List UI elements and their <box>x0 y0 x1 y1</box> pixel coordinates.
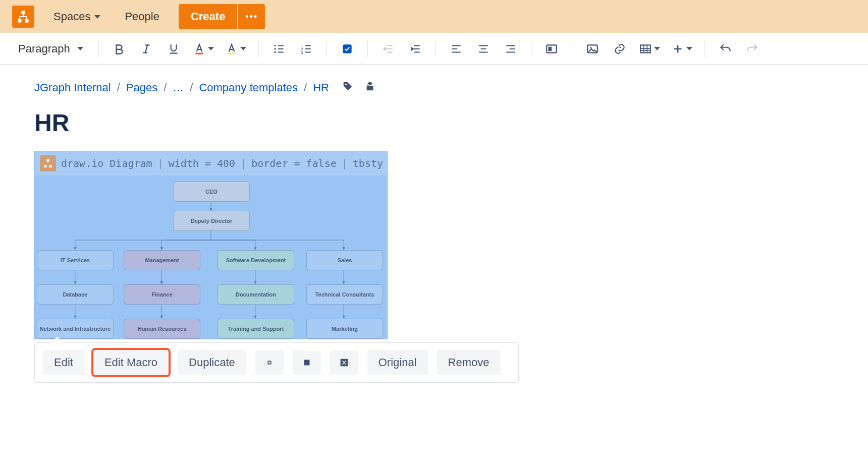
text-color-icon <box>193 42 206 55</box>
image-button[interactable] <box>581 38 604 60</box>
macro-param: tbsty <box>353 157 383 169</box>
org-node: Sales <box>306 250 383 270</box>
svg-point-18 <box>368 84 369 85</box>
indent-button[interactable] <box>404 38 426 60</box>
paragraph-style-label: Paragraph <box>18 42 70 55</box>
underline-icon <box>167 42 180 55</box>
org-node: Deputy Director <box>173 211 250 231</box>
org-node: Management <box>124 250 200 270</box>
org-node: Finance <box>124 284 200 305</box>
bullet-list-button[interactable] <box>268 38 290 60</box>
top-nav: Spaces People Create ••• <box>0 0 868 33</box>
svg-rect-2 <box>25 19 29 23</box>
text-color-button[interactable] <box>190 38 217 60</box>
nav-people-label: People <box>125 10 159 23</box>
table-icon <box>639 42 652 55</box>
redo-button[interactable] <box>741 38 764 60</box>
layout-icon <box>545 42 558 55</box>
chevron-down-icon <box>77 47 83 50</box>
outdent-icon <box>382 42 395 55</box>
chevron-down-icon <box>94 15 100 19</box>
svg-rect-16 <box>640 45 650 52</box>
page-title[interactable]: HR <box>34 109 834 137</box>
svg-rect-21 <box>49 165 52 167</box>
nav-spaces[interactable]: Spaces <box>48 7 105 26</box>
breadcrumb-separator: / <box>117 81 120 94</box>
action-item-button[interactable] <box>336 38 358 60</box>
italic-button[interactable] <box>135 38 157 60</box>
nav-people[interactable]: People <box>120 7 165 26</box>
macro-param: width = 400 <box>169 157 235 169</box>
highlight-color-button[interactable] <box>222 38 249 60</box>
svg-point-7 <box>274 51 276 52</box>
image-icon <box>586 42 599 55</box>
underline-button[interactable] <box>162 38 185 60</box>
drawio-macro[interactable]: draw.io Diagram | width = 400 | border =… <box>34 151 388 339</box>
breadcrumb-link[interactable]: … <box>173 81 184 94</box>
align-center-button[interactable] <box>472 38 495 60</box>
create-button[interactable]: Create <box>179 4 237 29</box>
link-button[interactable] <box>609 38 631 60</box>
breadcrumb-link[interactable]: Company templates <box>199 81 298 94</box>
svg-point-6 <box>274 48 276 49</box>
outdent-button[interactable] <box>377 38 399 60</box>
svg-rect-13 <box>548 46 552 51</box>
size-medium-icon <box>301 357 312 368</box>
toolbar-separator <box>704 40 705 57</box>
toolbar-separator <box>436 40 436 57</box>
breadcrumb-link[interactable]: JGraph Internal <box>34 81 111 94</box>
link-icon <box>613 42 626 55</box>
svg-point-17 <box>345 84 347 85</box>
size-small-icon <box>264 357 275 368</box>
italic-icon <box>140 42 153 55</box>
size-medium-button[interactable] <box>293 350 321 375</box>
align-left-button[interactable] <box>445 38 467 60</box>
create-more-button[interactable]: ••• <box>238 4 265 29</box>
svg-rect-11 <box>343 44 351 53</box>
table-button[interactable] <box>636 38 663 60</box>
edit-button[interactable]: Edit <box>43 350 84 375</box>
breadcrumb-separator: / <box>304 81 307 94</box>
org-node: Database <box>37 284 114 305</box>
size-small-button[interactable] <box>255 350 284 375</box>
svg-rect-22 <box>268 361 271 364</box>
chevron-down-icon <box>208 47 214 50</box>
toolbar-separator <box>327 40 327 57</box>
svg-rect-1 <box>18 19 22 23</box>
duplicate-button[interactable]: Duplicate <box>178 350 246 375</box>
org-node: Technical Consultants <box>306 284 383 305</box>
edit-macro-button[interactable]: Edit Macro <box>93 350 169 375</box>
bullet-list-icon <box>273 42 286 55</box>
app-logo[interactable] <box>12 6 34 28</box>
bold-icon <box>113 42 126 55</box>
expand-icon <box>339 357 350 368</box>
nav-spaces-label: Spaces <box>53 10 90 23</box>
plus-icon <box>671 42 684 55</box>
org-node: IT Services <box>37 250 114 270</box>
align-right-button[interactable] <box>500 38 522 60</box>
create-button-group: Create ••• <box>179 4 265 29</box>
breadcrumb-link[interactable]: HR <box>313 81 329 94</box>
chevron-down-icon <box>240 47 246 50</box>
label-icon[interactable] <box>342 81 353 95</box>
remove-button[interactable]: Remove <box>437 350 501 375</box>
org-chart-diagram: CEO Deputy Director IT Services Manageme… <box>35 175 387 339</box>
breadcrumb-separator: / <box>190 81 193 94</box>
toolbar-separator <box>98 40 99 57</box>
undo-icon <box>719 42 732 55</box>
org-node: CEO <box>173 182 250 202</box>
bold-button[interactable] <box>108 38 130 60</box>
paragraph-style-select[interactable]: Paragraph <box>12 39 89 58</box>
breadcrumb-link[interactable]: Pages <box>126 81 157 94</box>
undo-button[interactable] <box>714 38 736 60</box>
restrictions-icon[interactable] <box>364 81 375 95</box>
drawio-macro-icon <box>40 155 56 171</box>
size-full-button[interactable] <box>330 350 358 375</box>
svg-text:3: 3 <box>301 50 303 54</box>
svg-rect-23 <box>304 360 309 366</box>
svg-rect-3 <box>195 52 203 54</box>
layout-button[interactable] <box>540 38 563 60</box>
insert-button[interactable] <box>668 38 695 60</box>
numbered-list-button[interactable]: 123 <box>295 38 317 60</box>
original-size-button[interactable]: Original <box>367 350 428 375</box>
